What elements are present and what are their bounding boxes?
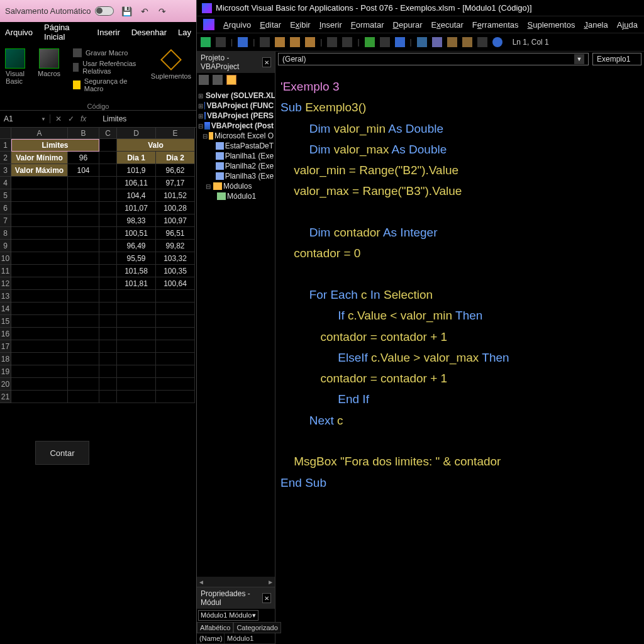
cell[interactable] bbox=[11, 265, 68, 277]
design-icon[interactable] bbox=[417, 37, 427, 47]
tree-sheet[interactable]: Planilha3 (Exe bbox=[198, 171, 274, 181]
cell[interactable] bbox=[68, 353, 99, 365]
cell[interactable] bbox=[11, 303, 68, 315]
cell[interactable] bbox=[68, 240, 99, 252]
row-header[interactable]: 14 bbox=[0, 303, 11, 315]
name-box[interactable]: A1▼ bbox=[0, 114, 50, 123]
cell[interactable] bbox=[11, 214, 68, 227]
cell[interactable]: 96,51 bbox=[156, 227, 195, 240]
cell[interactable] bbox=[117, 315, 156, 328]
undo-icon[interactable] bbox=[327, 37, 337, 47]
cell[interactable] bbox=[99, 177, 117, 189]
project-tree[interactable]: ⊞Solver (SOLVER.XL ⊞VBAProject (FUNC ⊞VB… bbox=[197, 88, 275, 577]
cell[interactable] bbox=[99, 214, 117, 227]
cell[interactable]: 101,07 bbox=[117, 202, 156, 214]
cell[interactable]: 97,17 bbox=[156, 177, 195, 189]
cell[interactable] bbox=[99, 252, 117, 265]
row-header[interactable]: 13 bbox=[0, 290, 11, 303]
close-icon[interactable]: ✕ bbox=[262, 57, 271, 67]
cell[interactable] bbox=[11, 177, 68, 189]
cell[interactable] bbox=[68, 328, 99, 340]
properties-icon[interactable] bbox=[447, 37, 457, 47]
cell[interactable] bbox=[117, 303, 156, 315]
code-editor[interactable]: 'Exemplo 3 Sub Exemplo3() Dim valor_min … bbox=[275, 67, 644, 644]
cell[interactable] bbox=[117, 328, 156, 340]
vbe-menu-item[interactable]: Ajuda bbox=[617, 20, 638, 30]
cell[interactable] bbox=[117, 340, 156, 353]
formula-bar-value[interactable]: Limites bbox=[103, 114, 126, 123]
menu-pagina-inicial[interactable]: Página Inicial bbox=[44, 23, 86, 42]
col-header[interactable]: A bbox=[11, 128, 68, 139]
tree-project[interactable]: ⊞VBAProject (PERS bbox=[198, 111, 274, 121]
spreadsheet[interactable]: A B C D E 1LimitesValo2Valor Mínimo96Dia… bbox=[0, 128, 196, 644]
reset-icon[interactable] bbox=[395, 37, 405, 47]
object-combo[interactable]: (Geral)▼ bbox=[278, 53, 589, 65]
cell[interactable]: 101,9 bbox=[117, 164, 156, 177]
vbe-menu-item[interactable]: Suplementos bbox=[528, 20, 575, 30]
cell[interactable]: Valor Mínimo bbox=[11, 152, 68, 164]
row-header[interactable]: 3 bbox=[0, 164, 11, 177]
vbe-menu-item[interactable]: Editar bbox=[260, 20, 281, 30]
break-icon[interactable] bbox=[380, 37, 390, 47]
cell[interactable] bbox=[11, 315, 68, 328]
cell[interactable]: 104 bbox=[68, 164, 99, 177]
menu-arquivo[interactable]: Arquivo bbox=[5, 28, 33, 37]
row-header[interactable]: 21 bbox=[0, 391, 11, 403]
cell[interactable]: 96 bbox=[68, 152, 99, 164]
seguranca-macro-button[interactable]: Segurança de Macro bbox=[73, 77, 138, 92]
tree-sheet[interactable]: Planilha2 (Exe bbox=[198, 161, 274, 171]
property-row[interactable]: (Name) Módulo1 bbox=[197, 633, 275, 644]
tree-project[interactable]: ⊟VBAProject (Post bbox=[198, 121, 274, 131]
vbe-menu-item[interactable]: Janela bbox=[584, 20, 608, 30]
autosave-toggle[interactable] bbox=[95, 6, 114, 16]
menu-layout[interactable]: Lay bbox=[178, 28, 191, 37]
cell[interactable] bbox=[156, 328, 195, 340]
vbe-menu-item[interactable]: Exibir bbox=[290, 20, 311, 30]
cell[interactable] bbox=[11, 227, 68, 240]
cell[interactable]: 101,58 bbox=[117, 265, 156, 277]
cell[interactable] bbox=[68, 277, 99, 290]
cell[interactable] bbox=[99, 378, 117, 391]
cell[interactable] bbox=[99, 240, 117, 252]
redo-icon[interactable] bbox=[342, 37, 352, 47]
cut-icon[interactable] bbox=[260, 37, 270, 47]
visual-basic-button[interactable]: Visual Basic bbox=[5, 48, 25, 92]
cell[interactable] bbox=[156, 353, 195, 365]
vbe-menu-item[interactable]: Inserir bbox=[319, 20, 342, 30]
tree-sheet[interactable]: Planilha1 (Exe bbox=[198, 151, 274, 161]
formula-accept-icon[interactable]: ✓ bbox=[68, 114, 74, 123]
tree-scrollbar[interactable]: ◄► bbox=[197, 577, 275, 587]
vbe-menu-item[interactable]: Arquivo bbox=[223, 20, 251, 30]
cell[interactable] bbox=[11, 365, 68, 378]
save-icon[interactable]: 💾 bbox=[121, 6, 133, 17]
copy-icon[interactable] bbox=[275, 37, 285, 47]
select-all-corner[interactable] bbox=[0, 128, 11, 139]
procedure-combo[interactable]: Exemplo1 bbox=[592, 53, 641, 65]
cell[interactable] bbox=[156, 391, 195, 403]
vbe-menu-item[interactable]: Ferramentas bbox=[472, 20, 519, 30]
cell[interactable]: 100,97 bbox=[156, 214, 195, 227]
vbe-menu-item[interactable]: Formatar bbox=[351, 20, 384, 30]
col-header[interactable]: E bbox=[156, 128, 195, 139]
formula-cancel-icon[interactable]: ✕ bbox=[55, 114, 62, 123]
cell[interactable] bbox=[68, 177, 99, 189]
cell[interactable] bbox=[99, 189, 117, 202]
macros-button[interactable]: Macros bbox=[38, 48, 60, 92]
cell[interactable] bbox=[99, 353, 117, 365]
vbe-menu-item[interactable]: Executar bbox=[431, 20, 464, 30]
contar-button[interactable]: Contar bbox=[35, 441, 89, 465]
cell[interactable] bbox=[68, 340, 99, 353]
gravar-macro-button[interactable]: Gravar Macro bbox=[73, 48, 138, 57]
cell[interactable] bbox=[11, 189, 68, 202]
tree-folder[interactable]: ⊟Módulos bbox=[198, 181, 274, 191]
cell[interactable] bbox=[11, 340, 68, 353]
cell[interactable] bbox=[11, 378, 68, 391]
cell[interactable] bbox=[99, 315, 117, 328]
suplementos-button[interactable]: Suplementos bbox=[151, 48, 191, 92]
cell[interactable]: 99,82 bbox=[156, 240, 195, 252]
cell[interactable]: Valor Máximo bbox=[11, 164, 68, 177]
paste-icon[interactable] bbox=[290, 37, 300, 47]
find-icon[interactable] bbox=[305, 37, 315, 47]
cell[interactable] bbox=[11, 353, 68, 365]
usar-referencias-button[interactable]: Usar Referências Relativas bbox=[73, 60, 138, 75]
